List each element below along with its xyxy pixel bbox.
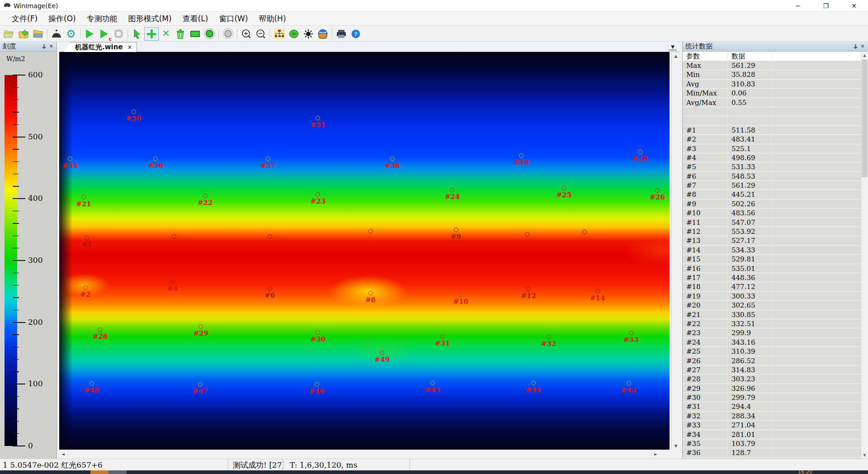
play-continuous-icon[interactable]: c [97,27,111,41]
mesh-icon[interactable] [287,27,301,41]
toolbar-separator [80,28,80,39]
point-marker-icon [430,381,435,385]
table-row-reading-5: #6548.53 [683,172,861,181]
window-list-button[interactable]: ▼ [669,43,677,50]
scroll-up-icon[interactable]: ▲ [672,52,680,60]
close-button[interactable]: ✕ [840,0,868,12]
point-marker-icon [316,192,320,197]
table-row-reading-9: #10483.56 [683,209,861,218]
table-cell: #17 [683,273,728,282]
app-logo-icon [4,2,11,10]
point-marker-icon [531,381,536,385]
contrast-sun-icon[interactable] [301,27,316,41]
title-bar: WinImage(Ee) ─ ❐ ✕ [0,0,868,12]
document-tab[interactable]: 机器红光.wine ✕ [64,42,137,52]
table-cell-empty [772,153,861,162]
taskbar-item[interactable] [108,470,127,474]
scale-minor-tick [13,396,19,397]
select-cursor-icon[interactable] [130,27,144,41]
restore-button[interactable]: ❐ [812,0,840,12]
panel-close-icon[interactable]: ✕ [47,43,55,50]
table-cell-empty [772,227,861,236]
table-row-reading-21: #22332.51 [683,319,861,328]
scroll-right-icon[interactable]: ► [652,450,660,458]
record-disabled-icon[interactable] [221,27,235,41]
taskbar[interactable]: 16:20 [0,470,868,474]
taskbar-item[interactable] [90,470,108,474]
point-marker-icon [172,234,176,239]
menu-item-3[interactable]: 专测功能 [81,12,123,25]
menu-item-7[interactable]: 帮助(H) [253,12,291,25]
pin-icon[interactable] [852,43,859,50]
save-icon[interactable] [31,27,45,41]
scroll-down-icon[interactable]: ▼ [861,451,868,459]
table-row-stat-1: Min35.828 [683,70,861,79]
table-cell: 548.53 [728,172,772,180]
vertical-scrollbar[interactable]: ▲ ▼ [671,52,679,450]
table-cell: 502.26 [728,199,772,208]
tab-close-icon[interactable]: ✕ [127,44,132,51]
scale-minor-tick [13,371,19,372]
menu-item-5[interactable]: 查看(L) [177,12,214,25]
horizontal-scrollbar[interactable]: ◄ ► [59,450,670,458]
scrollbar-thumb[interactable] [862,60,868,177]
import-file-icon[interactable] [16,27,31,41]
menu-item-1[interactable]: 文件(F) [6,12,43,25]
stop-icon[interactable] [111,27,126,41]
table-cell: 310.83 [728,80,772,88]
table-cell: 281.01 [728,430,772,439]
scroll-down-icon[interactable]: ▼ [672,442,680,450]
pin-icon[interactable] [40,43,47,50]
panel-close-icon[interactable]: ✕ [859,43,866,50]
menu-item-2[interactable]: 操作(O) [43,12,81,25]
document-tab-label: 机器红光.wine [75,43,123,52]
zoom-out-icon[interactable] [254,27,268,41]
topology-icon[interactable] [272,27,287,41]
point-label: #43 [621,386,636,394]
scale-minor-tick [13,100,19,100]
table-row-reading-26: #27314.83 [683,365,861,374]
table-cell: 547.07 [728,218,772,227]
zoom-in-icon[interactable] [239,27,254,41]
table-cell [683,116,728,125]
table-cell: 271.04 [728,421,772,429]
point-marker-icon [454,228,458,232]
globe-icon[interactable] [316,27,330,41]
status-timing-segment: T: 1,6,30,120, ms [283,459,410,471]
rect-roi-icon[interactable] [188,27,202,41]
stats-scrollbar[interactable]: ▲ ▼ [861,52,868,459]
irradiance-heatmap[interactable]: #50#51#35#36#37#38#39#40#21#22#23#24#25#… [59,52,670,450]
point-marker-icon [368,229,373,233]
settings-gear-icon[interactable]: ⚙ [64,27,78,41]
scale-tick-label: 300 [28,256,42,265]
point-marker-icon [90,381,94,386]
scale-tick-label: 100 [28,379,42,388]
scale-minor-tick [13,223,19,224]
table-row-reading-2: #3525.1 [683,144,861,153]
scroll-left-icon[interactable]: ◄ [59,450,67,458]
table-cell: Avg [683,80,728,88]
menu-item-4[interactable]: 图形模式(M) [123,12,177,25]
point-marker-icon [198,382,203,387]
help-icon[interactable]: ? [349,27,363,41]
circle-roi-icon[interactable] [202,27,217,41]
table-cell: Min [683,70,728,79]
clear-points-icon[interactable] [173,27,188,41]
minimize-button[interactable]: ─ [784,0,812,12]
scale-minor-tick [13,297,19,298]
open-folder-icon[interactable] [2,27,16,41]
delete-point-icon[interactable]: ✕ [159,27,173,41]
lamp-icon[interactable] [49,27,64,41]
table-cell-empty [772,116,861,125]
table-cell: 477.12 [728,282,772,291]
point-label: #12 [521,292,536,300]
scroll-up-icon[interactable]: ▲ [861,52,868,59]
point-marker-icon [440,334,445,339]
scale-minor-tick [13,347,19,348]
menu-item-6[interactable]: 窗口(W) [213,12,253,25]
print-icon[interactable] [334,27,349,41]
add-point-icon[interactable] [144,27,159,41]
scale-major-tick [13,260,25,261]
play-icon[interactable] [82,27,97,41]
table-row-stat-4: Avg/Max0.55 [683,98,861,107]
